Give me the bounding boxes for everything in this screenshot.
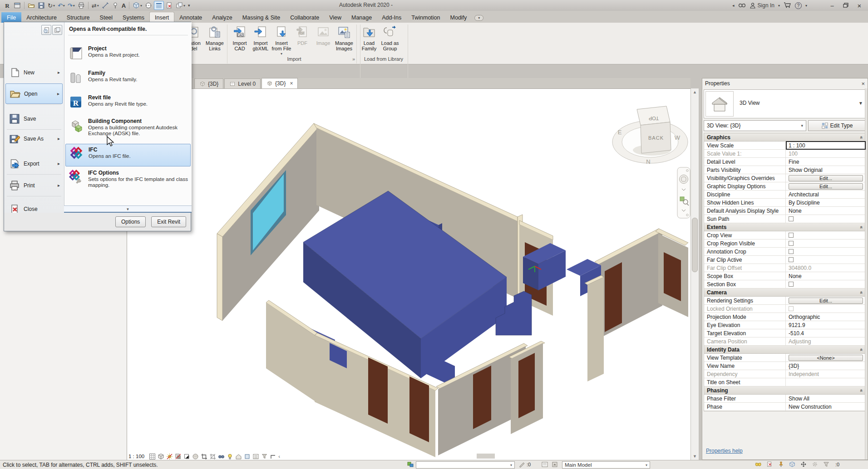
properties-help-link[interactable]: Properties help: [706, 448, 743, 454]
panel-expand-icon[interactable]: »: [352, 56, 355, 62]
property-value[interactable]: Show All: [786, 395, 866, 402]
view-tab-1[interactable]: {3D}: [194, 78, 223, 88]
tab-steel[interactable]: Steel: [95, 12, 118, 23]
value-button[interactable]: <None>: [789, 355, 863, 361]
properties-close-icon[interactable]: ×: [861, 80, 865, 87]
menu-item-export[interactable]: Export▸: [5, 153, 63, 174]
view-tab-2[interactable]: Level 0: [224, 78, 261, 88]
corner-icon[interactable]: [270, 453, 276, 460]
ribbon-display-toggle[interactable]: ▾: [474, 15, 483, 21]
menu-item-new[interactable]: New▸: [5, 62, 63, 83]
recent-documents-button[interactable]: [41, 25, 51, 35]
panel-small-icon[interactable]: [252, 453, 259, 460]
view-tab-3[interactable]: {3D}×: [261, 78, 298, 88]
checkbox[interactable]: [789, 282, 794, 287]
sign-in-caret[interactable]: ▾: [778, 4, 780, 8]
options-button[interactable]: Options: [115, 216, 146, 227]
section-header-phasing[interactable]: Phasing«: [704, 386, 866, 395]
submenu-item-ifc-options[interactable]: IFC OptionsSets options for the I​FC tem…: [65, 167, 191, 195]
menu-item-save-as[interactable]: Save As▸: [5, 128, 63, 149]
view-scale-control[interactable]: 1 : 100: [128, 454, 144, 459]
section-header-graphics[interactable]: Graphics«: [704, 133, 866, 142]
minimize-button[interactable]: –: [827, 2, 837, 9]
collapse-section-icon[interactable]: «: [859, 136, 864, 138]
drawing-area[interactable]: TOP BACK E W N 1 : 100 ‹: [127, 88, 690, 460]
tab-analyze[interactable]: Analyze: [207, 12, 237, 23]
shadow-box-icon[interactable]: [183, 453, 190, 460]
import-cad-button[interactable]: CADImportCAD: [229, 24, 250, 51]
property-value[interactable]: 100: [786, 150, 866, 157]
checkbox[interactable]: [789, 241, 794, 246]
menu-item-open[interactable]: Open▸: [5, 83, 63, 104]
property-value[interactable]: Edit...: [786, 182, 866, 190]
tab-structure[interactable]: Structure: [62, 12, 95, 23]
close-view-tab-icon[interactable]: ×: [290, 80, 293, 87]
tab-annotate[interactable]: Annotate: [174, 12, 207, 23]
checkbox[interactable]: [789, 306, 794, 311]
property-value[interactable]: Fine: [786, 158, 866, 166]
property-value[interactable]: Independent: [786, 370, 866, 378]
import-gbxml-button[interactable]: ImportgbXML: [250, 24, 271, 51]
tab-manage[interactable]: Manage: [346, 12, 377, 23]
collapse-section-icon[interactable]: «: [859, 291, 864, 293]
manage-links-button[interactable]: ManageLinks: [204, 24, 225, 51]
property-value[interactable]: 1 : 100: [786, 141, 866, 150]
checkbox[interactable]: [789, 257, 794, 262]
open-documents-button[interactable]: [52, 25, 62, 35]
exit-revit-button[interactable]: Exit Revit: [151, 216, 186, 227]
value-button[interactable]: Edit...: [789, 175, 863, 181]
property-value[interactable]: Orthographic: [786, 313, 866, 321]
navigation-bar[interactable]: [677, 167, 690, 218]
tab-modify[interactable]: Modify: [445, 12, 472, 23]
property-value[interactable]: 9121.9: [786, 321, 866, 329]
crop-hide-icon[interactable]: [209, 453, 216, 460]
section-cube-icon[interactable]: [789, 461, 797, 469]
property-value[interactable]: -510.4: [786, 329, 866, 337]
steering-wheel-icon[interactable]: [680, 175, 688, 184]
instance-selector[interactable]: 3D View: {3D} ▾: [704, 120, 806, 131]
funnel-icon[interactable]: [823, 461, 831, 469]
house-small-icon[interactable]: [235, 453, 242, 460]
submenu-item-building-component[interactable]: Building ComponentOpens a building compo…: [65, 116, 191, 143]
submenu-item-ifc[interactable]: IFCOpens an IFC file.: [65, 144, 191, 166]
property-value[interactable]: Edit...: [786, 297, 866, 304]
checkbox[interactable]: [789, 216, 794, 221]
shadows-off-icon[interactable]: [175, 453, 182, 460]
funnel-small-icon[interactable]: [261, 453, 268, 460]
main-model-dropdown[interactable]: Main Model▾: [562, 461, 650, 469]
property-value[interactable]: None: [786, 207, 866, 215]
property-value[interactable]: Show Original: [786, 166, 866, 174]
section-header-identity-data[interactable]: Identity Data«: [704, 346, 866, 354]
sign-in-button[interactable]: Sign In: [750, 2, 774, 9]
tab-collaborate[interactable]: Collaborate: [285, 12, 324, 23]
value-button[interactable]: Edit...: [789, 298, 863, 304]
pin-icon[interactable]: [777, 461, 785, 469]
load-family-button[interactable]: LoadFamily: [359, 24, 380, 51]
tab-systems[interactable]: Systems: [118, 12, 149, 23]
visual-style-icon[interactable]: [149, 453, 156, 460]
render-sphere-icon[interactable]: [192, 453, 199, 460]
property-value[interactable]: Architectural: [786, 191, 866, 198]
scroll-down-arrow[interactable]: ▼: [691, 453, 699, 460]
glasses-icon[interactable]: [218, 453, 225, 460]
property-value[interactable]: 304800.0: [786, 264, 866, 272]
property-value[interactable]: [786, 239, 866, 247]
property-value[interactable]: None: [786, 272, 866, 280]
checkbox[interactable]: [789, 233, 794, 238]
v-scrollbar-thumb[interactable]: [692, 218, 698, 272]
manage-images-button[interactable]: ManageImages: [334, 24, 355, 51]
property-value[interactable]: Adjusting: [786, 337, 866, 345]
editable-doc-icon[interactable]: [766, 461, 774, 469]
bulb-icon[interactable]: [227, 453, 233, 460]
vertical-scrollbar[interactable]: ▲ ▼: [690, 88, 699, 460]
property-value[interactable]: [786, 231, 866, 239]
store-cart-icon[interactable]: [784, 2, 791, 10]
property-value[interactable]: Edit...: [786, 174, 866, 182]
scroll-up-arrow[interactable]: ▲: [691, 88, 699, 96]
tab-twinmotion[interactable]: Twinmotion: [406, 12, 445, 23]
help-caret[interactable]: ▾: [805, 4, 807, 8]
search-icon[interactable]: [738, 2, 746, 10]
type-selector[interactable]: 3D View ▼: [704, 89, 866, 118]
insert-from-file-button[interactable]: Insertfrom File▾: [271, 24, 292, 57]
menu-item-print[interactable]: Print▸: [5, 175, 63, 195]
